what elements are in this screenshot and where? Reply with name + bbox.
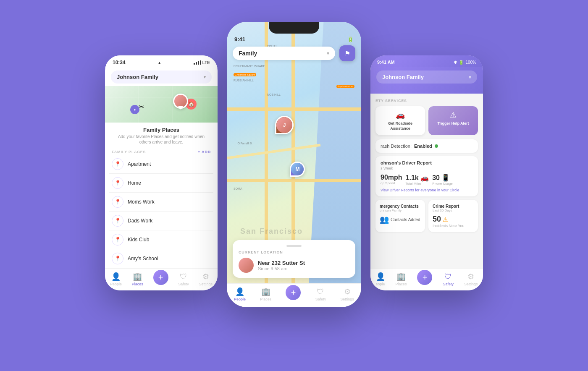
right-nav-places[interactable]: 🏢 Places bbox=[395, 272, 407, 286]
alert-triangle-icon: ⚠ bbox=[450, 110, 457, 120]
right-nav-safety[interactable]: 🛡 Safety bbox=[443, 272, 454, 286]
shield-icon-left: 🛡 bbox=[180, 272, 187, 281]
stat-miles: 1.1k 🚗 Total Miles bbox=[406, 174, 429, 186]
crime-value: 50 bbox=[433, 215, 441, 224]
right-nav-safety-label: Safety bbox=[443, 282, 454, 286]
place-item-home[interactable]: 📍 Home bbox=[109, 174, 213, 193]
stat-phone-value: 30 📱 bbox=[432, 174, 452, 182]
driver-report-title: ohnson's Driver Report bbox=[381, 160, 473, 165]
right-family-name: Johnson Family bbox=[382, 74, 424, 80]
car-icon: 🚗 bbox=[396, 110, 405, 120]
place-icon-moms-work: 📍 bbox=[112, 196, 123, 208]
center-family-selector[interactable]: Family ▾ bbox=[233, 47, 335, 60]
family-places-title: Family Places bbox=[112, 127, 211, 133]
poi-exploratorium: Exploratorium bbox=[336, 85, 354, 88]
driver-stats: 90mph op Speed 1.1k 🚗 Total Miles 30 📱 P… bbox=[381, 174, 473, 186]
crash-detection-card: rash Detection: Enabled bbox=[375, 139, 478, 153]
incidents-label: Incidents Near You bbox=[433, 224, 474, 228]
people-icon-right: 👤 bbox=[376, 272, 385, 281]
map-avatar-2: M bbox=[290, 162, 305, 177]
place-item-kids-club[interactable]: 📍 Kids Club bbox=[109, 230, 213, 249]
place-item-moms-work[interactable]: 📍 Moms Work bbox=[109, 193, 213, 212]
left-nav-places[interactable]: 🏢 Places bbox=[132, 272, 143, 286]
place-item-amys-school[interactable]: 📍 Amy's School bbox=[109, 249, 213, 268]
crash-detect-row: rash Detection: Enabled bbox=[381, 144, 473, 149]
pin-tail bbox=[178, 106, 183, 110]
left-phone-inner: 10:34 ▲ LTE Johnson Family ▾ bbox=[105, 55, 218, 290]
right-nav-plus[interactable]: + bbox=[417, 270, 432, 285]
street-ofarrell: O'Farrell St bbox=[238, 142, 252, 145]
help-alert-label: Trigger Help Alert bbox=[437, 121, 469, 126]
avatar-circle-2: M bbox=[291, 163, 304, 175]
center-nav-places[interactable]: 🏢 Places bbox=[260, 287, 271, 301]
bluetooth-icon-right: ✱ bbox=[454, 60, 457, 65]
emergency-row: 👥 Contacts Added bbox=[380, 215, 421, 224]
stat-speed-label: op Speed bbox=[381, 181, 402, 185]
signal-bars bbox=[194, 60, 201, 65]
left-nav-safety[interactable]: 🛡 Safety bbox=[178, 272, 189, 286]
center-top-bar: Family ▾ ⚑ bbox=[227, 45, 361, 61]
contacts-added-label: Contacts Added bbox=[391, 217, 420, 222]
right-nav-settings[interactable]: ⚙ Settings bbox=[464, 272, 478, 286]
crime-row: 50 ⚠ bbox=[433, 215, 474, 224]
center-nav-safety[interactable]: 🛡 Safety bbox=[315, 287, 326, 301]
map-road-h1 bbox=[227, 107, 361, 111]
street-nob-hill: NOB HILL bbox=[267, 93, 281, 96]
place-icon-dads-work: 📍 bbox=[112, 215, 123, 227]
crash-label: rash Detection: bbox=[381, 144, 412, 149]
left-nav-plus[interactable]: + bbox=[153, 270, 168, 285]
place-name-kids-club: Kids Club bbox=[128, 237, 149, 243]
left-family-selector[interactable]: Johnson Family ▾ bbox=[111, 71, 212, 84]
left-chevron-icon: ▾ bbox=[204, 75, 206, 79]
gear-icon-right: ⚙ bbox=[467, 272, 474, 281]
right-bottom-nav: 👤 eople 🏢 Places + 🛡 Safety ⚙ Settings bbox=[370, 268, 483, 290]
left-lte: LTE bbox=[202, 60, 210, 65]
right-phone-inner: 9:41 AM ✱ 🔋 100% Johnson Family ▾ ETY SE… bbox=[370, 55, 483, 290]
center-nav-plus[interactable]: + bbox=[286, 285, 301, 300]
right-gradient-header: 9:41 AM ✱ 🔋 100% Johnson Family ▾ bbox=[370, 55, 483, 94]
left-bottom-nav: 👤 People 🏢 Places + 🛡 Safety ⚙ Settings bbox=[105, 268, 218, 290]
people-icon-center: 👤 bbox=[235, 287, 244, 296]
shield-icon-center: 🛡 bbox=[317, 287, 324, 296]
place-item-apartment[interactable]: 📍 Apartment bbox=[109, 155, 213, 174]
current-location-content: Near 232 Sutter St Since 9:58 am bbox=[239, 258, 349, 273]
add-place-link[interactable]: + Add bbox=[198, 150, 211, 154]
left-nav-safety-label: Safety bbox=[178, 282, 189, 286]
map-avatar-1: J bbox=[275, 116, 294, 134]
avatar-circle-1: J bbox=[276, 117, 292, 133]
left-nav-people[interactable]: 👤 People bbox=[110, 272, 122, 286]
map-road-h2 bbox=[227, 179, 361, 182]
notification-button[interactable]: ⚑ bbox=[339, 45, 355, 61]
contacts-icon: 👥 bbox=[380, 215, 389, 224]
places-icon-right: 🏢 bbox=[396, 272, 406, 281]
right-nav-people[interactable]: 👤 eople bbox=[375, 272, 385, 286]
place-name-apartment: Apartment bbox=[128, 161, 151, 167]
center-family-name: Family bbox=[239, 50, 257, 57]
enabled-dot bbox=[435, 144, 438, 148]
right-family-selector[interactable]: Johnson Family ▾ bbox=[376, 71, 477, 84]
center-nav-places-label: Places bbox=[260, 297, 271, 301]
right-content: ETY SERVICES 🚗 Get Roadside Assistance ⚠… bbox=[370, 94, 483, 268]
current-location-address: Near 232 Sutter St bbox=[258, 260, 305, 266]
left-arrow-icon: ▲ bbox=[158, 60, 162, 65]
center-nav-safety-label: Safety bbox=[315, 297, 326, 301]
stat-miles-label: Total Miles bbox=[406, 182, 429, 186]
shield-icon-right: 🛡 bbox=[444, 272, 452, 281]
current-location-text: Near 232 Sutter St Since 9:58 am bbox=[258, 260, 305, 271]
driver-report-subtitle: s Week bbox=[381, 166, 473, 170]
place-list: 📍 Apartment 📍 Home 📍 Moms Work 📍 Dads Wo… bbox=[105, 155, 218, 268]
place-item-dads-work[interactable]: 📍 Dads Work bbox=[109, 212, 213, 230]
view-reports-link[interactable]: View Driver Reports for everyone in your… bbox=[381, 188, 473, 192]
place-name-amys-school: Amy's School bbox=[128, 256, 158, 261]
left-time: 10:34 bbox=[113, 60, 126, 65]
roadside-assistance-button[interactable]: 🚗 Get Roadside Assistance bbox=[375, 106, 425, 135]
right-nav-people-label: eople bbox=[375, 282, 385, 286]
stat-speed: 90mph op Speed bbox=[381, 174, 402, 186]
left-nav-settings[interactable]: ⚙ Settings bbox=[199, 272, 213, 286]
help-alert-button[interactable]: ⚠ Trigger Help Alert bbox=[428, 106, 478, 135]
center-nav-people[interactable]: 👤 People bbox=[234, 287, 246, 301]
crime-report-card: Crime Report Last 30 Days 50 ⚠ Incidents… bbox=[428, 200, 478, 232]
left-map: 🏠 ✂ ● bbox=[105, 86, 218, 123]
right-time: 9:41 AM bbox=[377, 60, 395, 65]
center-nav-settings[interactable]: ⚙ Settings bbox=[340, 287, 354, 301]
